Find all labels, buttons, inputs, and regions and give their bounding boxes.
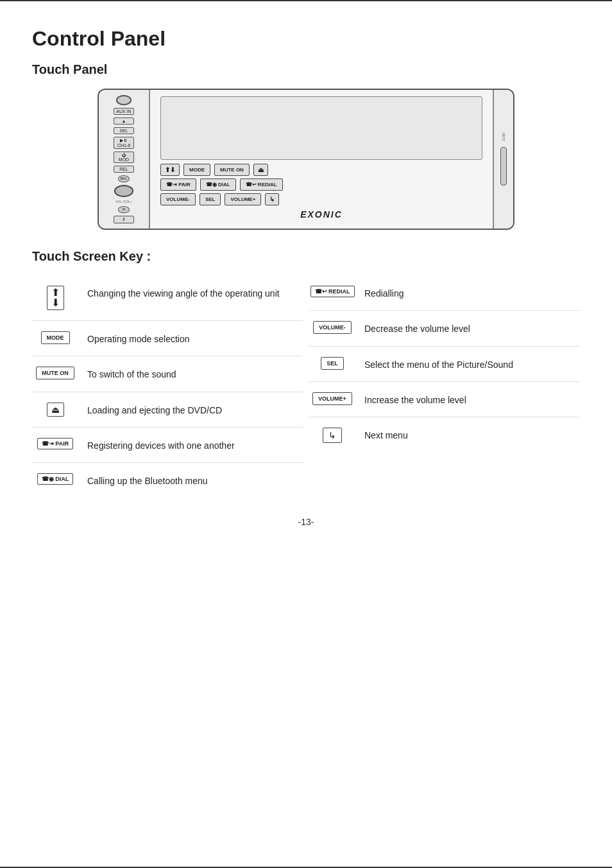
eject-btn: ▲: [114, 117, 134, 125]
device-brand: EXONIC: [160, 208, 482, 222]
tsk-desc-pair: Registering devices with one another: [87, 438, 235, 452]
dial-key-icon: ☎◉ DIAL: [37, 473, 74, 485]
redial-btn: ☎↩ REDIAL: [240, 178, 283, 191]
eject-btn-main: ⏏: [253, 164, 268, 176]
tsk-desc-mode: Operating mode selection: [87, 331, 190, 345]
eject-icon: ⏏: [47, 403, 64, 417]
device-right-panel: RETC: [493, 90, 513, 229]
tsk-key-next: ↳: [309, 428, 355, 443]
dial-btn: ☎◉ DIAL: [200, 178, 236, 191]
vol-plus-key-box: VOLUME+: [312, 392, 352, 405]
tsk-desc-eject: Loading and ejecting the DVD/CD: [87, 403, 222, 417]
angle-btn: ⬆⬇: [160, 164, 180, 176]
rel-btn: REL: [114, 166, 134, 173]
device-buttons-row3: VOLUME- SEL VOLUME+ ↳: [160, 193, 482, 205]
page-title: Control Panel: [32, 27, 580, 51]
tsk-desc-vol-plus: Increase the volume level: [364, 392, 466, 406]
redial-key-icon: ☎↩ REDIAL: [310, 286, 355, 297]
mute-key-box: MUTE ON: [36, 367, 74, 379]
tsk-desc-angle: Changing the viewing angle of the operat…: [87, 286, 280, 300]
vol-minus-key-box: VOLUME-: [313, 321, 352, 334]
tsk-desc-sel: Select the menu of the Picture/Sound: [364, 357, 513, 371]
retc-label: RETC: [502, 133, 506, 142]
page-number: -13-: [32, 517, 580, 527]
tsk-item-vol-minus: VOLUME- Decrease the volume level: [309, 311, 580, 346]
device-diagram: AUX IN ▲ SEL ▶⏸ CH1-6 ⏻ MOD REL MIC VOL-…: [98, 89, 514, 230]
tsk-item-pair: ☎⇥ PAIR Registering devices with one ano…: [32, 428, 303, 463]
tsk-key-pair: ☎⇥ PAIR: [32, 438, 78, 449]
tsk-desc-dial: Calling up the Bluetooth menu: [87, 473, 208, 487]
tsk-key-vol-plus: VOLUME+: [309, 392, 355, 405]
tsk-item-eject: ⏏ Loading and ejecting the DVD/CD: [32, 392, 303, 428]
mode-btn: MODE: [183, 164, 210, 176]
mute-btn: MUTE ON: [214, 164, 250, 176]
device-main: ⬆⬇ MODE MUTE ON ⏏ ☎⇥ PAIR ☎◉ DIAL ☎↩ RED…: [150, 90, 493, 229]
device-screen: [160, 96, 482, 160]
tsk-item-mute: MUTE ON To switch of the sound: [32, 356, 303, 392]
vol-labels: VOL-/VOL+: [115, 200, 132, 204]
tsk-desc-next: Next menu: [364, 428, 408, 442]
ch-btn: ▶⏸ CH1-6: [114, 137, 134, 149]
tsk-desc-redial: Redialling: [364, 286, 404, 300]
tsk-item-redial: ☎↩ REDIAL Redialling: [309, 275, 580, 311]
tsk-columns: ⬆⬇ Changing the viewing angle of the ope…: [32, 275, 580, 498]
touch-screen-key-section: Touch Screen Key : ⬆⬇ Changing the viewi…: [32, 249, 580, 498]
volume-knob: [114, 185, 133, 197]
device-buttons-row2: ☎⇥ PAIR ☎◉ DIAL ☎↩ REDIAL: [160, 178, 482, 191]
aux-in-knob: [116, 95, 132, 105]
tsk-title: Touch Screen Key :: [32, 249, 580, 264]
device-left-panel: AUX IN ▲ SEL ▶⏸ CH1-6 ⏻ MOD REL MIC VOL-…: [99, 90, 150, 229]
ir-circle: IR: [118, 206, 130, 213]
next-arrow-icon: ↳: [323, 428, 342, 443]
tsk-col-right: ☎↩ REDIAL Redialling VOLUME- Decrease th…: [303, 275, 580, 498]
mic-circle: MIC: [118, 175, 130, 182]
tsk-key-redial: ☎↩ REDIAL: [309, 286, 355, 297]
sel-btn: SEL: [114, 127, 134, 134]
tsk-key-mode: MODE: [32, 331, 78, 344]
touch-panel-title: Touch Panel: [32, 62, 580, 77]
vol-plus-btn: VOLUME+: [225, 193, 261, 205]
tsk-item-vol-plus: VOLUME+ Increase the volume level: [309, 382, 580, 417]
tsk-desc-mute: To switch of the sound: [87, 367, 176, 381]
sel-main-btn: SEL: [200, 193, 221, 205]
tsk-key-vol-minus: VOLUME-: [309, 321, 355, 334]
tsk-key-eject: ⏏: [32, 403, 78, 417]
page: Control Panel Touch Panel AUX IN ▲ SEL ▶…: [0, 0, 612, 868]
mod-btn: ⏻ MOD: [114, 152, 134, 163]
tsk-item-next: ↳ Next menu: [309, 417, 580, 453]
tsk-col-left: ⬆⬇ Changing the viewing angle of the ope…: [32, 275, 303, 498]
mode-key-box: MODE: [41, 331, 70, 344]
swap-btn: ⇕: [114, 216, 134, 223]
pair-btn: ☎⇥ PAIR: [160, 178, 196, 191]
tsk-item-angle: ⬆⬇ Changing the viewing angle of the ope…: [32, 275, 303, 321]
device-buttons-row1: ⬆⬇ MODE MUTE ON ⏏: [160, 164, 482, 176]
right-slider: [500, 147, 507, 186]
tsk-key-dial: ☎◉ DIAL: [32, 473, 78, 485]
sel-key-box: SEL: [321, 357, 344, 370]
angle-icon: ⬆⬇: [47, 286, 64, 310]
vol-minus-btn: VOLUME-: [160, 193, 196, 205]
tsk-desc-vol-minus: Decrease the volume level: [364, 321, 470, 335]
tsk-key-mute: MUTE ON: [32, 367, 78, 379]
tsk-item-sel: SEL Select the menu of the Picture/Sound: [309, 347, 580, 382]
tsk-item-dial: ☎◉ DIAL Calling up the Bluetooth menu: [32, 463, 303, 498]
tsk-key-sel: SEL: [309, 357, 355, 370]
aux-in-label: AUX IN: [114, 108, 134, 115]
next-btn: ↳: [265, 193, 279, 205]
tsk-key-angle: ⬆⬇: [32, 286, 78, 310]
pair-key-icon: ☎⇥ PAIR: [37, 438, 73, 449]
tsk-item-mode: MODE Operating mode selection: [32, 321, 303, 356]
